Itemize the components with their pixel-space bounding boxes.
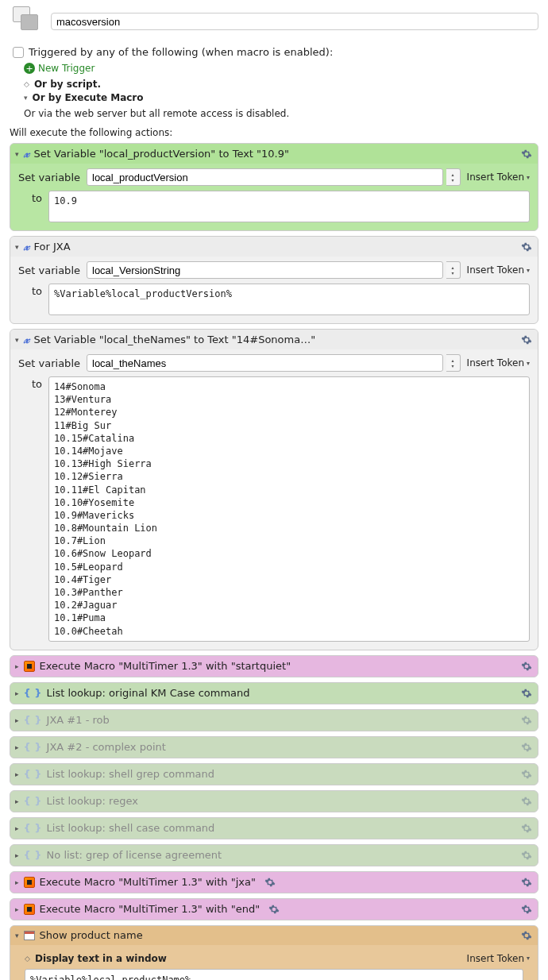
dropdown-caret-icon[interactable]: ▴▾ [446,354,461,372]
disclosure-icon[interactable]: ▸ [15,689,19,697]
new-trigger-button[interactable]: + New Trigger [24,63,538,74]
macro-icon [24,661,35,672]
gear-icon[interactable] [264,876,276,889]
action-jxa-1[interactable]: ▸ { } JXA #1 - rob [10,709,538,731]
disclosure-icon[interactable]: ▾ [15,243,19,251]
insert-token-button[interactable]: Insert Token▾ [467,264,530,276]
or-script-label[interactable]: Or by script. [34,79,101,90]
gear-icon[interactable] [520,714,533,727]
or-web-label: Or via the web server but all remote acc… [24,108,538,119]
gear-icon[interactable] [520,876,533,889]
action-jxa-2[interactable]: ▸ { } JXA #2 - complex point [10,736,538,758]
disclosure-icon[interactable]: ▾ [15,336,19,344]
disclosure-icon[interactable]: ▾ [15,150,19,158]
diamond-icon: ◇ [25,955,30,963]
insert-token-button[interactable]: Insert Token▾ [467,172,530,183]
to-label: to [18,284,42,297]
disclosure-icon[interactable]: ▸ [15,716,19,724]
insert-token-button[interactable]: Insert Token▾ [467,357,530,368]
disclosure-icon[interactable]: ▸ [15,770,19,778]
action-list-lookup-shell-case[interactable]: ▸ { } List lookup: shell case command [10,817,538,839]
variable-icon: 𝓍 [24,333,29,346]
action-set-variable-1[interactable]: ▾ 𝓍 Set Variable "local_productVersion" … [10,143,538,231]
disclosure-icon[interactable]: ▸ [15,905,19,913]
gear-icon[interactable] [520,741,533,754]
action-no-list-grep-license[interactable]: ▸ { } No list: grep of license agreement [10,844,538,866]
execute-label: Will execute the following actions: [10,127,538,138]
gear-icon[interactable] [520,148,533,160]
action-list-lookup-shell-grep[interactable]: ▸ { } List lookup: shell grep command [10,763,538,785]
macro-icon [24,904,35,915]
dropdown-caret-icon[interactable]: ▴▾ [446,261,461,279]
action-list-lookup-regex[interactable]: ▸ { } List lookup: regex [10,790,538,812]
disclosure-icon[interactable]: ▸ [15,824,19,832]
variable-icon: 𝓍 [24,147,29,160]
brace-icon: { } [24,822,42,834]
variable-name-input[interactable] [87,168,443,186]
disclosure-icon[interactable]: ▸ [15,797,19,805]
disclosure-icon[interactable]: ▸ [15,878,19,886]
gear-icon[interactable] [520,768,533,781]
gear-icon[interactable] [520,903,533,916]
display-mode-label[interactable]: Display text in a window [35,953,167,964]
macro-group-icon [10,6,44,38]
insert-token-button[interactable]: Insert Token▾ [467,953,530,964]
set-variable-label: Set variable [18,357,80,369]
gear-icon[interactable] [520,687,533,700]
variable-value-input[interactable]: 14#Sonoma 13#Ventura 12#Monterey 11#Big … [48,376,530,642]
action-title: Show product name [40,929,143,941]
action-list-lookup-km-case[interactable]: ▸ { } List lookup: original KM Case comm… [10,682,538,704]
action-title: List lookup: regex [47,795,138,807]
disclosure-icon[interactable]: ▸ [15,743,19,751]
display-text-input[interactable]: %Variable%local_productName% [25,969,523,980]
action-set-variable-names[interactable]: ▾ 𝓍 Set Variable "local_theNames" to Tex… [10,329,538,650]
gear-icon[interactable] [520,334,533,346]
variable-icon: 𝓍 [24,240,29,253]
to-label: to [18,191,42,204]
gear-icon[interactable] [268,903,280,916]
set-variable-label: Set variable [18,172,80,183]
action-show-product-name[interactable]: ▾ Show product name ◇ Display text in a … [10,925,538,980]
action-title: List lookup: shell case command [47,822,215,834]
gear-icon[interactable] [520,849,533,862]
disclosure-icon[interactable]: ▸ [15,851,19,859]
diamond-icon: ◇ [24,80,29,88]
set-variable-label: Set variable [18,264,80,276]
action-title: Execute Macro "MultiTimer 1.3" with "end… [40,903,260,915]
variable-name-input[interactable] [87,354,443,372]
action-title: List lookup: original KM Case command [47,687,250,699]
disclosure-icon[interactable]: ▾ [15,932,19,939]
brace-icon: { } [24,741,42,753]
variable-value-input[interactable]: %Variable%local_productVersion% [48,284,530,315]
triggered-label: Triggered by any of the following (when … [29,46,333,58]
gear-icon[interactable] [520,660,533,673]
action-execute-macro-jxa[interactable]: ▸ Execute Macro "MultiTimer 1.3" with "j… [10,871,538,893]
action-for-jxa[interactable]: ▾ 𝓍 For JXA Set variable ▴▾ Insert Token… [10,236,538,324]
macro-icon [24,877,35,888]
action-title: List lookup: shell grep command [47,768,214,780]
variable-value-input[interactable]: 10.9 [48,191,530,222]
gear-icon[interactable] [520,241,533,253]
gear-icon[interactable] [520,795,533,808]
chevron-down-icon[interactable]: ▾ [24,94,28,102]
to-label: to [18,376,42,390]
disclosure-icon[interactable]: ▸ [15,662,19,670]
brace-icon: { } [24,849,42,861]
macro-name-input[interactable] [51,13,538,30]
plus-icon: + [24,63,35,74]
action-title: Execute Macro "MultiTimer 1.3" with "jxa… [40,876,256,888]
brace-icon: { } [24,714,42,726]
action-execute-macro-end[interactable]: ▸ Execute Macro "MultiTimer 1.3" with "e… [10,898,538,920]
or-execute-label[interactable]: Or by Execute Macro [33,92,144,103]
action-execute-macro-startquiet[interactable]: ▸ Execute Macro "MultiTimer 1.3" with "s… [10,655,538,677]
action-title: Execute Macro "MultiTimer 1.3" with "sta… [40,660,291,672]
dropdown-caret-icon[interactable]: ▴▾ [446,168,461,186]
variable-name-input[interactable] [87,261,443,279]
action-title: No list: grep of license agreement [47,849,222,861]
gear-icon[interactable] [520,929,533,942]
brace-icon: { } [24,687,42,699]
triggered-checkbox[interactable] [13,47,24,58]
action-title: For JXA [34,241,71,253]
gear-icon[interactable] [520,822,533,835]
window-icon [24,931,35,940]
